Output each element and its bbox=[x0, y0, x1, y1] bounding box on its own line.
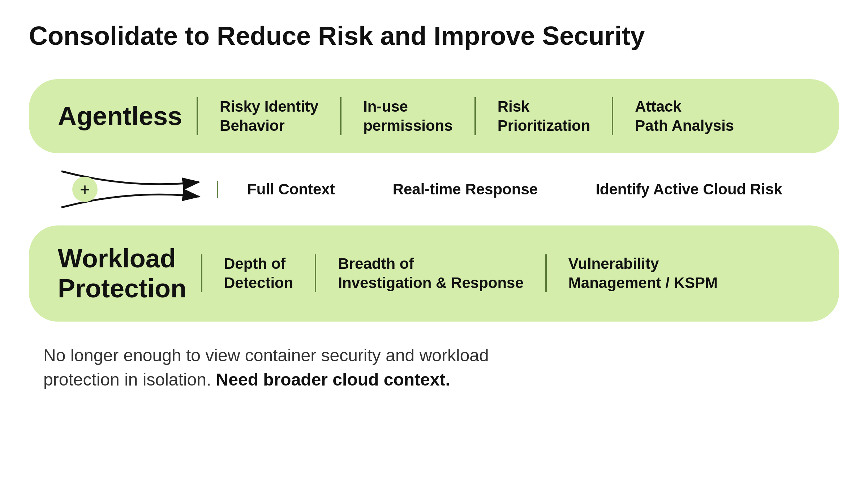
agentless-item-4: AttackPath Analysis bbox=[612, 97, 756, 135]
workload-item-1-text: Depth ofDetection bbox=[224, 254, 293, 292]
agentless-items: Risky IdentityBehavior In-usepermissions… bbox=[182, 97, 810, 135]
agentless-item-3: RiskPrioritization bbox=[474, 97, 612, 135]
agentless-item-3-text: RiskPrioritization bbox=[498, 97, 590, 135]
connector-item-2-text: Real-time Response bbox=[393, 181, 538, 198]
workload-item-2-text: Breadth ofInvestigation & Response bbox=[338, 254, 523, 292]
connector-item-1: Full Context bbox=[217, 181, 364, 198]
workload-item-2: Breadth ofInvestigation & Response bbox=[315, 254, 545, 292]
workload-item-3-text: VulnerabilityManagement / KSPM bbox=[568, 254, 718, 292]
workload-item-3: VulnerabilityManagement / KSPM bbox=[545, 254, 739, 292]
diagram-container: Agentless Risky IdentityBehavior In-usep… bbox=[29, 79, 839, 322]
connector-items: Full Context Real-time Response Identify… bbox=[210, 181, 839, 198]
workload-label: WorkloadProtection bbox=[58, 244, 186, 304]
agentless-item-2: In-usepermissions bbox=[340, 97, 474, 135]
connector-item-1-text: Full Context bbox=[247, 181, 335, 198]
agentless-item-4-text: AttackPath Analysis bbox=[635, 97, 734, 135]
agentless-item-1: Risky IdentityBehavior bbox=[197, 97, 340, 135]
agentless-pill: Agentless Risky IdentityBehavior In-usep… bbox=[29, 79, 839, 153]
connector-item-3: Identify Active Cloud Risk bbox=[567, 181, 811, 198]
plus-symbol: + bbox=[80, 180, 90, 199]
workload-items: Depth ofDetection Breadth ofInvestigatio… bbox=[186, 254, 810, 292]
plus-circle: + bbox=[72, 177, 98, 202]
agentless-item-1-text: Risky IdentityBehavior bbox=[220, 97, 318, 135]
connector-item-2: Real-time Response bbox=[364, 181, 567, 198]
workload-pill: WorkloadProtection Depth ofDetection Bre… bbox=[29, 225, 839, 322]
agentless-item-2-text: In-usepermissions bbox=[363, 97, 452, 135]
connector-row: + Full Context Real-time Response bbox=[29, 153, 839, 225]
agentless-label: Agentless bbox=[58, 101, 182, 131]
footer-bold-text: Need broader cloud context. bbox=[216, 370, 450, 389]
workload-item-1: Depth ofDetection bbox=[201, 254, 315, 292]
page-title: Consolidate to Reduce Risk and Improve S… bbox=[29, 22, 839, 50]
connector-item-3-text: Identify Active Cloud Risk bbox=[596, 181, 782, 198]
connector-left: + bbox=[58, 160, 210, 218]
footer-text: No longer enough to view container secur… bbox=[29, 343, 679, 392]
